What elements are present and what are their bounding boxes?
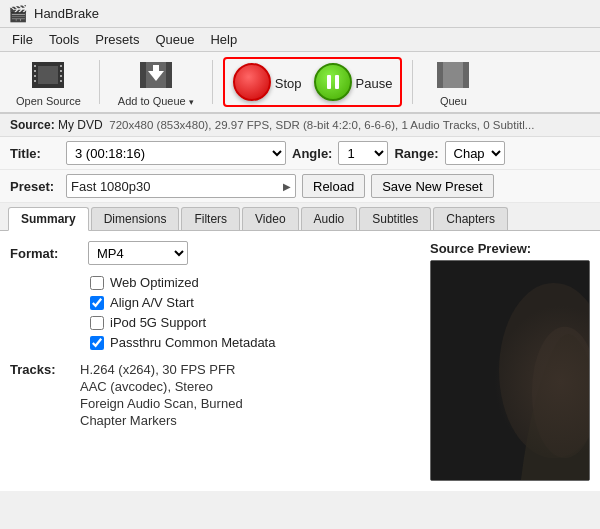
title-bar: 🎬 HandBrake bbox=[0, 0, 600, 28]
add-to-queue-label: Add to Queue ▾ bbox=[118, 95, 194, 107]
queue-label: Queu bbox=[440, 95, 467, 107]
align-av-label: Align A/V Start bbox=[110, 295, 194, 310]
queue-button[interactable]: Queu bbox=[423, 53, 483, 111]
svg-rect-15 bbox=[166, 62, 172, 88]
main-content: Format: MP4 Web Optimized Align A/V Star… bbox=[0, 231, 600, 491]
tracks-label: Tracks: bbox=[10, 362, 80, 430]
menu-help[interactable]: Help bbox=[202, 30, 245, 49]
tab-summary[interactable]: Summary bbox=[8, 207, 89, 231]
svg-rect-12 bbox=[60, 80, 62, 82]
stop-pause-group: Stop Pause bbox=[223, 57, 403, 107]
preset-value: Fast 1080p30 bbox=[71, 179, 283, 194]
tracks-list: H.264 (x264), 30 FPS PFR AAC (avcodec), … bbox=[80, 362, 243, 430]
svg-point-22 bbox=[499, 283, 589, 458]
checkbox-web-optimized: Web Optimized bbox=[90, 275, 420, 290]
pause-icon bbox=[327, 75, 339, 89]
app-title: HandBrake bbox=[34, 6, 99, 21]
preset-arrow-icon: ▶ bbox=[283, 181, 291, 192]
track-item-1: AAC (avcodec), Stereo bbox=[80, 379, 243, 394]
range-select[interactable]: Chap bbox=[445, 141, 505, 165]
stop-button[interactable] bbox=[233, 63, 271, 101]
tab-subtitles[interactable]: Subtitles bbox=[359, 207, 431, 230]
tab-video[interactable]: Video bbox=[242, 207, 298, 230]
add-to-queue-icon bbox=[138, 57, 174, 93]
add-to-queue-button[interactable]: Add to Queue ▾ bbox=[110, 53, 202, 111]
source-bar: Source: My DVD 720x480 (853x480), 29.97 … bbox=[0, 114, 600, 137]
svg-rect-10 bbox=[60, 70, 62, 72]
ipod-label: iPod 5G Support bbox=[110, 315, 206, 330]
source-value: My DVD bbox=[58, 118, 103, 132]
tab-chapters[interactable]: Chapters bbox=[433, 207, 508, 230]
preview-image bbox=[431, 261, 589, 480]
tracks-section: Tracks: H.264 (x264), 30 FPS PFR AAC (av… bbox=[10, 362, 420, 430]
save-new-preset-button[interactable]: Save New Preset bbox=[371, 174, 493, 198]
menu-file[interactable]: File bbox=[4, 30, 41, 49]
metadata-checkbox[interactable] bbox=[90, 336, 104, 350]
preview-box bbox=[430, 260, 590, 481]
svg-rect-11 bbox=[60, 75, 62, 77]
menu-queue[interactable]: Queue bbox=[147, 30, 202, 49]
track-item-0: H.264 (x264), 30 FPS PFR bbox=[80, 362, 243, 377]
reload-button[interactable]: Reload bbox=[302, 174, 365, 198]
open-source-label: Open Source bbox=[16, 95, 81, 107]
separator-3 bbox=[412, 60, 413, 104]
pause-label: Pause bbox=[356, 76, 393, 91]
angle-select[interactable]: 1 bbox=[338, 141, 388, 165]
left-panel: Format: MP4 Web Optimized Align A/V Star… bbox=[10, 241, 420, 481]
tab-bar: Summary Dimensions Filters Video Audio S… bbox=[0, 203, 600, 231]
preset-label: Preset: bbox=[10, 179, 60, 194]
svg-rect-8 bbox=[34, 80, 36, 82]
stop-label: Stop bbox=[275, 76, 302, 91]
format-select[interactable]: MP4 bbox=[88, 241, 188, 265]
checkbox-ipod: iPod 5G Support bbox=[90, 315, 420, 330]
format-label: Format: bbox=[10, 246, 80, 261]
ipod-checkbox[interactable] bbox=[90, 316, 104, 330]
angle-label: Angle: bbox=[292, 146, 332, 161]
svg-rect-19 bbox=[437, 62, 443, 88]
open-source-icon bbox=[30, 57, 66, 93]
web-optimized-checkbox[interactable] bbox=[90, 276, 104, 290]
separator-2 bbox=[212, 60, 213, 104]
title-row: Title: 3 (00:18:16) Angle: 1 Range: Chap bbox=[0, 137, 600, 170]
svg-rect-3 bbox=[32, 62, 64, 66]
range-label: Range: bbox=[394, 146, 438, 161]
checkbox-align-av: Align A/V Start bbox=[90, 295, 420, 310]
title-select[interactable]: 3 (00:18:16) bbox=[66, 141, 286, 165]
format-row: Format: MP4 bbox=[10, 241, 420, 265]
menu-bar: File Tools Presets Queue Help bbox=[0, 28, 600, 52]
svg-point-23 bbox=[532, 327, 589, 458]
separator-1 bbox=[99, 60, 100, 104]
preset-row: Preset: Fast 1080p30 ▶ Reload Save New P… bbox=[0, 170, 600, 203]
toolbar: Open Source Add to Queue ▾ Stop bbox=[0, 52, 600, 114]
preview-label: Source Preview: bbox=[430, 241, 590, 256]
tab-audio[interactable]: Audio bbox=[301, 207, 358, 230]
metadata-label: Passthru Common Metadata bbox=[110, 335, 275, 350]
menu-presets[interactable]: Presets bbox=[87, 30, 147, 49]
pause-button[interactable] bbox=[314, 63, 352, 101]
web-optimized-label: Web Optimized bbox=[110, 275, 199, 290]
track-item-2: Foreign Audio Scan, Burned bbox=[80, 396, 243, 411]
app-icon: 🎬 bbox=[8, 4, 28, 23]
track-item-3: Chapter Markers bbox=[80, 413, 243, 428]
svg-rect-4 bbox=[32, 84, 64, 88]
queue-icon bbox=[435, 57, 471, 93]
svg-rect-9 bbox=[60, 65, 62, 67]
source-label: Source: bbox=[10, 118, 55, 132]
svg-rect-5 bbox=[34, 65, 36, 67]
tab-dimensions[interactable]: Dimensions bbox=[91, 207, 180, 230]
open-source-button[interactable]: Open Source bbox=[8, 53, 89, 111]
menu-tools[interactable]: Tools bbox=[41, 30, 87, 49]
svg-rect-14 bbox=[140, 62, 146, 88]
svg-rect-6 bbox=[34, 70, 36, 72]
svg-rect-20 bbox=[463, 62, 469, 88]
title-label: Title: bbox=[10, 146, 60, 161]
svg-rect-7 bbox=[34, 75, 36, 77]
right-panel: Source Preview: bbox=[430, 241, 590, 481]
source-details: 720x480 (853x480), 29.97 FPS, SDR (8-bit… bbox=[106, 119, 534, 131]
checkbox-metadata: Passthru Common Metadata bbox=[90, 335, 420, 350]
tab-filters[interactable]: Filters bbox=[181, 207, 240, 230]
svg-rect-17 bbox=[153, 65, 159, 73]
align-av-checkbox[interactable] bbox=[90, 296, 104, 310]
